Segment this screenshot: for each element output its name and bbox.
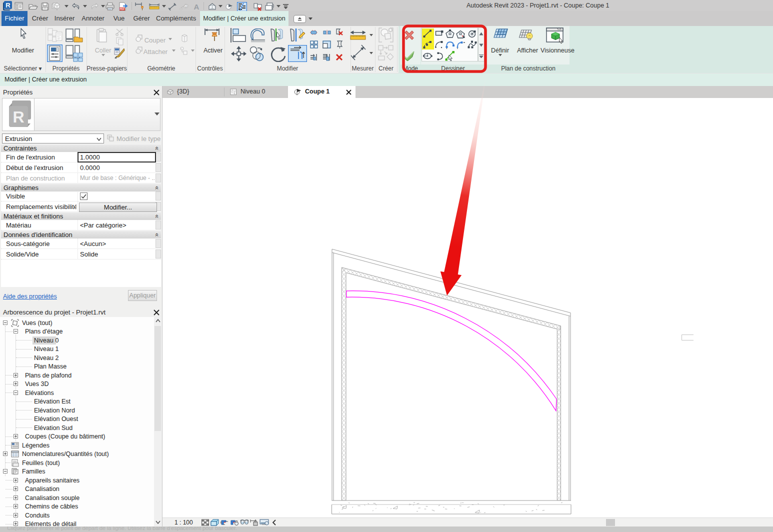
svg-text:R: R bbox=[6, 2, 10, 9]
svg-text:A: A bbox=[194, 4, 200, 10]
svg-text:PDF: PDF bbox=[120, 8, 125, 10]
svg-text:1: 1 bbox=[185, 4, 186, 8]
svg-text:R: R bbox=[12, 108, 24, 126]
